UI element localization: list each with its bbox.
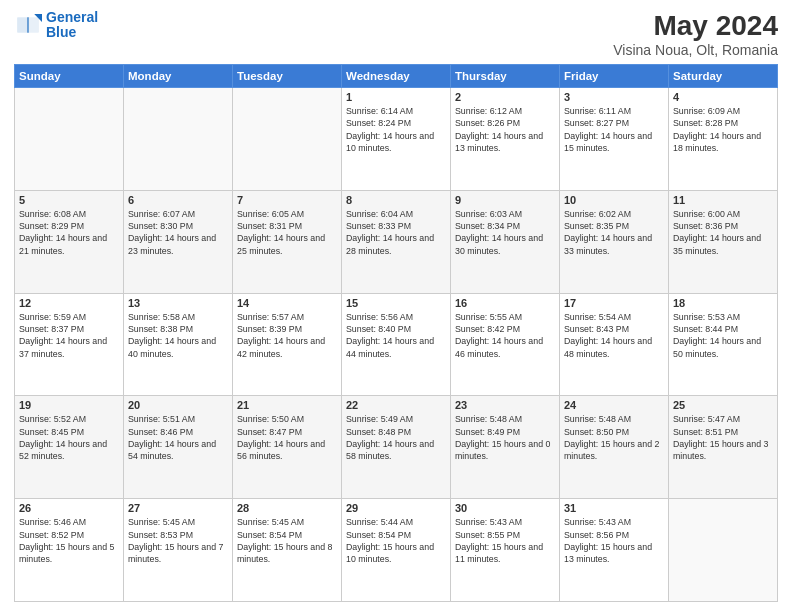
day-info: Sunrise: 5:56 AMSunset: 8:40 PMDaylight:… [346,311,446,360]
day-info: Sunrise: 5:45 AMSunset: 8:53 PMDaylight:… [128,516,228,565]
day-number: 20 [128,399,228,411]
day-number: 9 [455,194,555,206]
day-cell [669,499,778,602]
day-number: 24 [564,399,664,411]
calendar-table: SundayMondayTuesdayWednesdayThursdayFrid… [14,64,778,602]
day-info: Sunrise: 5:48 AMSunset: 8:49 PMDaylight:… [455,413,555,462]
day-number: 10 [564,194,664,206]
week-row-0: 1Sunrise: 6:14 AMSunset: 8:24 PMDaylight… [15,88,778,191]
day-info: Sunrise: 6:09 AMSunset: 8:28 PMDaylight:… [673,105,773,154]
day-number: 15 [346,297,446,309]
day-number: 1 [346,91,446,103]
day-info: Sunrise: 5:43 AMSunset: 8:55 PMDaylight:… [455,516,555,565]
day-info: Sunrise: 6:03 AMSunset: 8:34 PMDaylight:… [455,208,555,257]
day-cell [124,88,233,191]
day-info: Sunrise: 5:43 AMSunset: 8:56 PMDaylight:… [564,516,664,565]
day-cell: 31Sunrise: 5:43 AMSunset: 8:56 PMDayligh… [560,499,669,602]
day-number: 30 [455,502,555,514]
weekday-header-thursday: Thursday [451,65,560,88]
day-number: 16 [455,297,555,309]
day-number: 2 [455,91,555,103]
day-cell: 28Sunrise: 5:45 AMSunset: 8:54 PMDayligh… [233,499,342,602]
day-cell: 27Sunrise: 5:45 AMSunset: 8:53 PMDayligh… [124,499,233,602]
day-info: Sunrise: 5:48 AMSunset: 8:50 PMDaylight:… [564,413,664,462]
svg-rect-1 [17,18,28,34]
day-number: 25 [673,399,773,411]
header: General Blue May 2024 Visina Noua, Olt, … [14,10,778,58]
day-cell [15,88,124,191]
day-info: Sunrise: 6:07 AMSunset: 8:30 PMDaylight:… [128,208,228,257]
day-info: Sunrise: 6:11 AMSunset: 8:27 PMDaylight:… [564,105,664,154]
day-cell: 16Sunrise: 5:55 AMSunset: 8:42 PMDayligh… [451,293,560,396]
day-number: 5 [19,194,119,206]
day-number: 19 [19,399,119,411]
day-info: Sunrise: 5:45 AMSunset: 8:54 PMDaylight:… [237,516,337,565]
day-cell: 25Sunrise: 5:47 AMSunset: 8:51 PMDayligh… [669,396,778,499]
day-cell: 12Sunrise: 5:59 AMSunset: 8:37 PMDayligh… [15,293,124,396]
day-info: Sunrise: 5:53 AMSunset: 8:44 PMDaylight:… [673,311,773,360]
day-cell: 10Sunrise: 6:02 AMSunset: 8:35 PMDayligh… [560,190,669,293]
weekday-header-row: SundayMondayTuesdayWednesdayThursdayFrid… [15,65,778,88]
day-number: 17 [564,297,664,309]
day-number: 18 [673,297,773,309]
page: General Blue May 2024 Visina Noua, Olt, … [0,0,792,612]
day-number: 21 [237,399,337,411]
day-info: Sunrise: 5:44 AMSunset: 8:54 PMDaylight:… [346,516,446,565]
day-info: Sunrise: 6:08 AMSunset: 8:29 PMDaylight:… [19,208,119,257]
week-row-3: 19Sunrise: 5:52 AMSunset: 8:45 PMDayligh… [15,396,778,499]
logo-text: General Blue [46,10,98,41]
day-cell: 1Sunrise: 6:14 AMSunset: 8:24 PMDaylight… [342,88,451,191]
day-number: 3 [564,91,664,103]
day-cell: 26Sunrise: 5:46 AMSunset: 8:52 PMDayligh… [15,499,124,602]
day-cell: 29Sunrise: 5:44 AMSunset: 8:54 PMDayligh… [342,499,451,602]
day-number: 29 [346,502,446,514]
day-cell: 5Sunrise: 6:08 AMSunset: 8:29 PMDaylight… [15,190,124,293]
day-info: Sunrise: 5:55 AMSunset: 8:42 PMDaylight:… [455,311,555,360]
day-cell: 30Sunrise: 5:43 AMSunset: 8:55 PMDayligh… [451,499,560,602]
day-info: Sunrise: 6:00 AMSunset: 8:36 PMDaylight:… [673,208,773,257]
day-number: 28 [237,502,337,514]
title-block: May 2024 Visina Noua, Olt, Romania [613,10,778,58]
day-info: Sunrise: 6:02 AMSunset: 8:35 PMDaylight:… [564,208,664,257]
day-info: Sunrise: 6:04 AMSunset: 8:33 PMDaylight:… [346,208,446,257]
day-cell: 24Sunrise: 5:48 AMSunset: 8:50 PMDayligh… [560,396,669,499]
day-cell: 6Sunrise: 6:07 AMSunset: 8:30 PMDaylight… [124,190,233,293]
day-cell: 11Sunrise: 6:00 AMSunset: 8:36 PMDayligh… [669,190,778,293]
day-cell: 19Sunrise: 5:52 AMSunset: 8:45 PMDayligh… [15,396,124,499]
day-info: Sunrise: 5:57 AMSunset: 8:39 PMDaylight:… [237,311,337,360]
day-info: Sunrise: 5:49 AMSunset: 8:48 PMDaylight:… [346,413,446,462]
day-cell: 7Sunrise: 6:05 AMSunset: 8:31 PMDaylight… [233,190,342,293]
weekday-header-tuesday: Tuesday [233,65,342,88]
day-number: 26 [19,502,119,514]
day-info: Sunrise: 6:12 AMSunset: 8:26 PMDaylight:… [455,105,555,154]
weekday-header-sunday: Sunday [15,65,124,88]
day-number: 7 [237,194,337,206]
week-row-1: 5Sunrise: 6:08 AMSunset: 8:29 PMDaylight… [15,190,778,293]
sub-title: Visina Noua, Olt, Romania [613,42,778,58]
logo-icon [14,11,42,39]
day-cell: 13Sunrise: 5:58 AMSunset: 8:38 PMDayligh… [124,293,233,396]
day-cell: 22Sunrise: 5:49 AMSunset: 8:48 PMDayligh… [342,396,451,499]
day-cell: 4Sunrise: 6:09 AMSunset: 8:28 PMDaylight… [669,88,778,191]
day-info: Sunrise: 5:46 AMSunset: 8:52 PMDaylight:… [19,516,119,565]
day-cell: 20Sunrise: 5:51 AMSunset: 8:46 PMDayligh… [124,396,233,499]
day-info: Sunrise: 5:51 AMSunset: 8:46 PMDaylight:… [128,413,228,462]
day-cell: 9Sunrise: 6:03 AMSunset: 8:34 PMDaylight… [451,190,560,293]
weekday-header-wednesday: Wednesday [342,65,451,88]
day-number: 23 [455,399,555,411]
day-info: Sunrise: 6:05 AMSunset: 8:31 PMDaylight:… [237,208,337,257]
day-cell: 23Sunrise: 5:48 AMSunset: 8:49 PMDayligh… [451,396,560,499]
week-row-2: 12Sunrise: 5:59 AMSunset: 8:37 PMDayligh… [15,293,778,396]
day-number: 6 [128,194,228,206]
day-info: Sunrise: 5:58 AMSunset: 8:38 PMDaylight:… [128,311,228,360]
day-cell: 18Sunrise: 5:53 AMSunset: 8:44 PMDayligh… [669,293,778,396]
day-number: 27 [128,502,228,514]
day-cell: 14Sunrise: 5:57 AMSunset: 8:39 PMDayligh… [233,293,342,396]
day-info: Sunrise: 5:47 AMSunset: 8:51 PMDaylight:… [673,413,773,462]
weekday-header-friday: Friday [560,65,669,88]
day-cell: 15Sunrise: 5:56 AMSunset: 8:40 PMDayligh… [342,293,451,396]
main-title: May 2024 [613,10,778,42]
day-number: 14 [237,297,337,309]
day-cell: 8Sunrise: 6:04 AMSunset: 8:33 PMDaylight… [342,190,451,293]
day-cell [233,88,342,191]
